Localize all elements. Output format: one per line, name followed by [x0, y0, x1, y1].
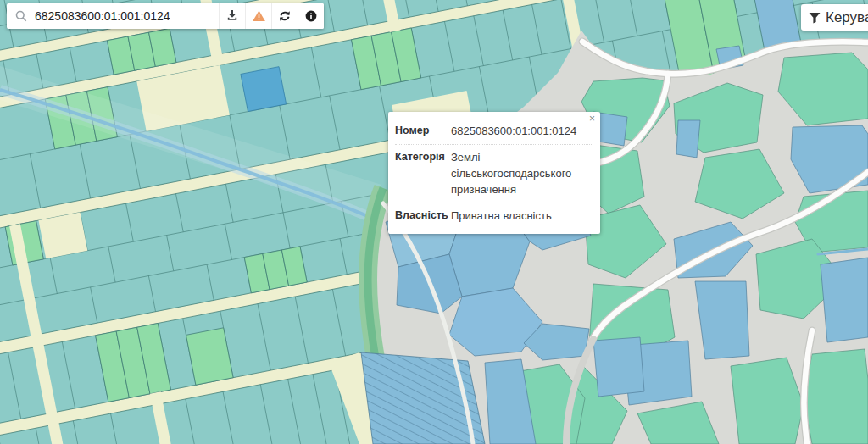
popup-value: Приватна власність: [451, 208, 592, 224]
parcel-info-popup: × Номер 6825083600:01:001:0124 Категорія…: [388, 112, 600, 234]
popup-label: Номер: [395, 123, 451, 139]
search-bar: [7, 3, 324, 29]
search-field[interactable]: [7, 3, 219, 29]
popup-row-ownership: Власність Приватна власність: [395, 203, 592, 229]
warning-button[interactable]: [245, 3, 271, 29]
popup-label: Власність: [395, 208, 451, 224]
warning-icon: [252, 9, 266, 23]
info-button[interactable]: [298, 3, 324, 29]
popup-value: 6825083600:01:001:0124: [451, 123, 592, 139]
download-icon: [225, 9, 239, 23]
refresh-button[interactable]: [271, 3, 298, 29]
layers-control-button[interactable]: Керування: [801, 4, 868, 31]
search-input[interactable]: [35, 9, 219, 23]
popup-row-number: Номер 6825083600:01:001:0124: [395, 119, 592, 145]
filter-funnel-icon: [809, 12, 821, 24]
popup-row-category: Категорія Землі сільськогосподарського п…: [395, 145, 592, 203]
popup-value: Землі сільськогосподарського призначення: [451, 149, 592, 197]
download-button[interactable]: [219, 3, 245, 29]
layers-button-label: Керування: [826, 9, 868, 26]
info-icon: [304, 9, 318, 23]
blue-parcel[interactable]: [241, 67, 287, 112]
popup-label: Категорія: [395, 149, 451, 197]
popup-close-icon[interactable]: ×: [589, 113, 595, 125]
search-icon: [14, 9, 28, 23]
refresh-icon: [278, 9, 292, 23]
